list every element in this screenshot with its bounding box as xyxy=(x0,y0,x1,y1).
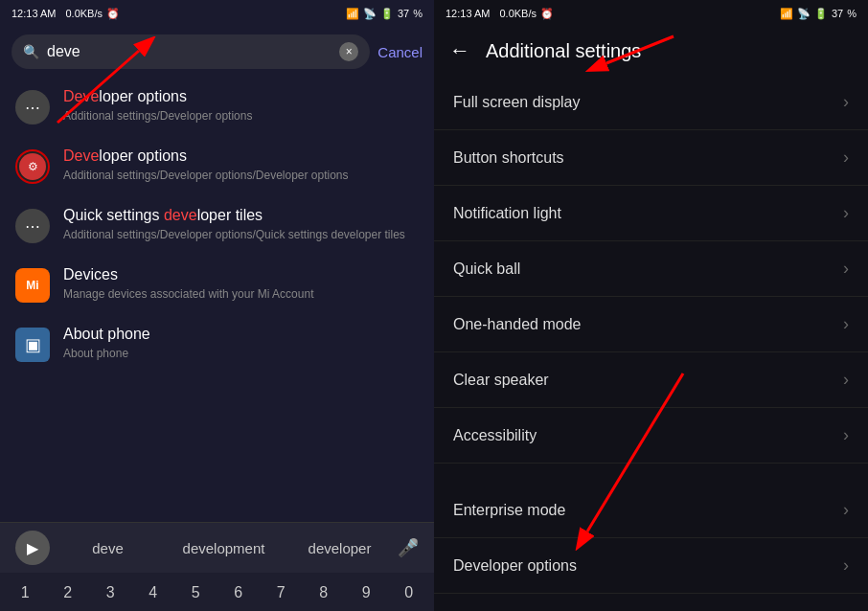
result-subtitle-4: Manage devices associated with your Mi A… xyxy=(63,286,419,303)
result-icon-3: ⋯ xyxy=(15,209,50,243)
page-title: Additional settings xyxy=(486,40,641,62)
result-subtitle-1: Additional settings/Developer options xyxy=(63,108,419,124)
settings-divider xyxy=(434,464,868,483)
result-title-5: About phone xyxy=(63,326,419,343)
left-time: 12:13 AM xyxy=(11,8,56,19)
search-results-list: ⋯ Developer options Additional settings/… xyxy=(0,77,434,522)
right-signal-icon: 📶 xyxy=(780,8,793,20)
settings-item-quick-ball[interactable]: Quick ball › xyxy=(434,241,868,297)
alarm-icon: ⏰ xyxy=(106,8,120,20)
num-key-5[interactable]: 5 xyxy=(174,578,217,607)
chevron-right-icon: › xyxy=(843,92,849,112)
chevron-right-icon: › xyxy=(843,203,849,223)
result-subtitle-5: About phone xyxy=(63,346,419,362)
settings-item-full-screen[interactable]: Full screen display › xyxy=(434,75,868,130)
num-key-4[interactable]: 4 xyxy=(132,578,175,607)
clear-input-button[interactable]: × xyxy=(339,42,358,61)
chevron-right-icon: › xyxy=(843,147,849,168)
settings-item-enterprise-mode[interactable]: Enterprise mode › xyxy=(434,483,868,538)
result-icon-5: ▣ xyxy=(15,328,50,362)
battery-level: 37 xyxy=(398,8,409,19)
settings-item-developer-options[interactable]: Developer options › xyxy=(434,538,868,594)
right-battery-icon: 🔋 xyxy=(814,8,828,20)
search-input[interactable] xyxy=(47,43,331,60)
chevron-right-icon: › xyxy=(843,259,849,279)
suggestion-item-1[interactable]: deve xyxy=(50,536,166,560)
suggestion-expand-button[interactable]: ▶ xyxy=(15,531,50,565)
right-data-speed: 0.0KB/s xyxy=(499,8,537,19)
num-key-6[interactable]: 6 xyxy=(217,578,261,607)
suggestion-item-2[interactable]: development xyxy=(166,536,282,560)
result-title-4: Devices xyxy=(63,266,419,283)
result-icon-2: ⚙ xyxy=(15,149,50,184)
list-item[interactable]: ▣ About phone About phone xyxy=(0,314,434,373)
left-panel: 12:13 AM 0.0KB/s ⏰ 📶 📡 🔋 37% 🔍 × Cancel … xyxy=(0,0,434,611)
num-key-2[interactable]: 2 xyxy=(47,578,90,607)
settings-list: Full screen display › Button shortcuts ›… xyxy=(434,75,868,611)
result-subtitle-2: Additional settings/Developer options/De… xyxy=(63,168,419,184)
right-time: 12:13 AM xyxy=(445,8,490,19)
right-alarm-icon: ⏰ xyxy=(540,8,554,20)
wifi-icon: 📡 xyxy=(363,8,377,20)
list-item[interactable]: Mi Devices Manage devices associated wit… xyxy=(0,255,434,314)
num-key-7[interactable]: 7 xyxy=(260,578,303,607)
search-icon: 🔍 xyxy=(23,44,39,59)
result-title-2: Developer options xyxy=(63,147,419,165)
settings-item-notification-light[interactable]: Notification light › xyxy=(434,186,868,241)
list-item[interactable]: ⚙ Developer options Additional settings/… xyxy=(0,136,434,195)
mic-icon[interactable]: 🎤 xyxy=(398,537,419,558)
num-key-8[interactable]: 8 xyxy=(303,578,346,607)
num-key-1[interactable]: 1 xyxy=(4,578,47,607)
chevron-right-icon: › xyxy=(843,370,849,390)
chevron-right-icon: › xyxy=(843,425,849,445)
left-status-bar: 12:13 AM 0.0KB/s ⏰ 📶 📡 🔋 37% xyxy=(0,0,434,27)
settings-item-accessibility[interactable]: Accessibility › xyxy=(434,408,868,464)
right-battery-level: 37 xyxy=(832,8,843,19)
list-item[interactable]: ⋯ Developer options Additional settings/… xyxy=(0,77,434,136)
right-status-bar: 12:13 AM 0.0KB/s ⏰ 📶 📡 🔋 37% xyxy=(434,0,868,27)
left-data-speed: 0.0KB/s xyxy=(65,8,103,19)
num-key-0[interactable]: 0 xyxy=(388,578,431,607)
chevron-right-icon: › xyxy=(843,555,849,576)
settings-item-button-shortcuts[interactable]: Button shortcuts › xyxy=(434,130,868,186)
cancel-search-button[interactable]: Cancel xyxy=(377,44,423,60)
result-title-1: Developer options xyxy=(63,88,419,105)
search-input-wrapper[interactable]: 🔍 × xyxy=(11,34,370,69)
signal-icon: 📶 xyxy=(346,8,359,20)
keyboard-area: ▶ deve development developer 🎤 1 2 3 4 5… xyxy=(0,522,434,611)
list-item[interactable]: ⋯ Quick settings developer tiles Additio… xyxy=(0,195,434,255)
chevron-right-icon: › xyxy=(843,500,849,520)
result-subtitle-3: Additional settings/Developer options/Qu… xyxy=(63,227,419,243)
num-key-9[interactable]: 9 xyxy=(345,578,388,607)
result-title-3: Quick settings developer tiles xyxy=(63,207,419,224)
right-header: ← Additional settings xyxy=(434,27,868,75)
search-bar-container: 🔍 × Cancel xyxy=(0,27,434,77)
num-key-3[interactable]: 3 xyxy=(89,578,132,607)
suggestions-row: ▶ deve development developer 🎤 xyxy=(0,523,434,573)
chevron-right-icon: › xyxy=(843,314,849,334)
right-wifi-icon: 📡 xyxy=(797,8,811,20)
settings-item-one-handed-mode[interactable]: One-handed mode › xyxy=(434,297,868,352)
battery-icon: 🔋 xyxy=(380,8,394,20)
suggestion-item-3[interactable]: developer xyxy=(282,536,398,560)
back-button[interactable]: ← xyxy=(449,38,470,63)
right-panel: 12:13 AM 0.0KB/s ⏰ 📶 📡 🔋 37% ← Additiona… xyxy=(434,0,868,611)
number-row: 1 2 3 4 5 6 7 8 9 0 xyxy=(0,573,434,611)
settings-item-clear-speaker[interactable]: Clear speaker › xyxy=(434,352,868,408)
result-icon-4: Mi xyxy=(15,268,50,303)
result-icon-1: ⋯ xyxy=(15,90,50,124)
